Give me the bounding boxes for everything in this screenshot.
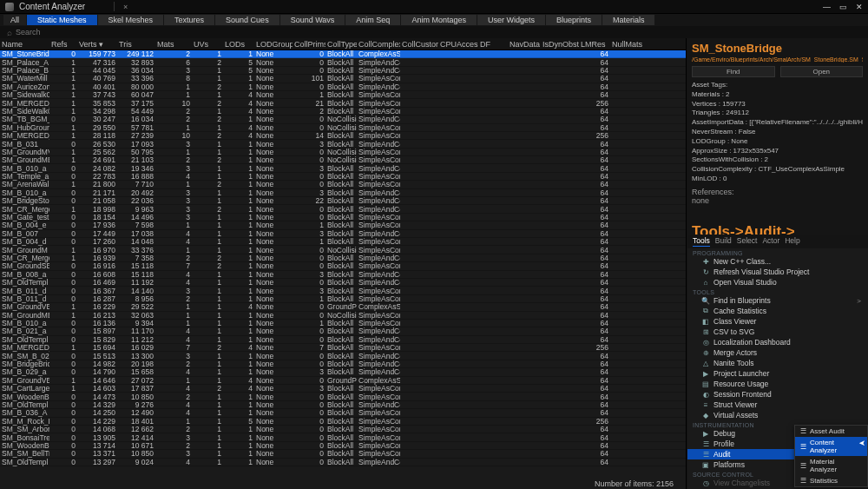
audit-submenu: ☰Asset Audit☰Content Analyzer☰Material A… xyxy=(794,425,868,487)
menu-item-icon: ⌂ xyxy=(701,279,710,287)
submenu-item-material-analyzer[interactable]: ☰Material Analyzer xyxy=(795,456,867,475)
menu-item-project-launcher[interactable]: ▶Project Launcher xyxy=(687,368,868,379)
submenu-icon: ☰ xyxy=(800,462,806,470)
menu-item-cache-statistics[interactable]: ⧉Cache Statistics xyxy=(687,306,868,316)
menu-item-icon: ◎ xyxy=(701,339,710,347)
tab-anim-montages[interactable]: Anim Montages xyxy=(401,15,477,25)
col-lm[interactable]: LMRes xyxy=(579,40,610,49)
window-title: Content Analyzer xyxy=(19,2,115,11)
asset-property: Asset Tags: xyxy=(692,81,863,90)
menu-tab-select[interactable]: Select xyxy=(737,236,758,247)
tab-sound-wavs[interactable]: Sound Wavs xyxy=(280,15,345,25)
menu-item-merge-actors[interactable]: ⊕Merge Actors xyxy=(687,347,868,358)
asset-property: ApproxSize : 1732x535x547 xyxy=(692,147,863,156)
col-mats[interactable]: Mats xyxy=(155,40,192,49)
col-lods[interactable]: LODs xyxy=(223,40,254,49)
menu-item-refresh-visual-studio-project[interactable]: ↻Refresh Visual Studio Project xyxy=(687,267,868,277)
menu-group-label: TOOLS xyxy=(687,287,868,295)
asset-name: SM_StoneBridge xyxy=(692,42,863,55)
tab-skel-meshes[interactable]: Skel Meshes xyxy=(98,15,164,25)
submenu-item-asset-audit[interactable]: ☰Asset Audit xyxy=(795,426,867,437)
menu-item-virtual-assets[interactable]: ◆Virtual Assets xyxy=(687,410,868,420)
menu-item-localization-dashboard[interactable]: ◎Localization Dashboard xyxy=(687,337,868,347)
find-button[interactable]: Find xyxy=(692,66,775,77)
menu-item-icon: ⊕ xyxy=(701,349,710,357)
menu-item-csv-to-svg[interactable]: ⊞CSV to SVG xyxy=(687,327,868,337)
table-row[interactable]: SM_OldTempl013 2979 024411None0BlockAllS… xyxy=(0,459,686,466)
search-icon: ⌕ xyxy=(7,28,12,37)
table-body[interactable]: SM_StoneBrid0159 773249 112211None0Block… xyxy=(0,50,686,489)
menu-item-icon: ▶ xyxy=(701,430,710,438)
open-button[interactable]: Open xyxy=(780,66,864,77)
submenu-item-content-analyzer[interactable]: ☰Content Analyzer xyxy=(795,437,867,456)
close-button[interactable]: ✕ xyxy=(856,3,863,11)
menu-item-open-visual-studio[interactable]: ⌂Open Visual Studio xyxy=(687,277,868,287)
tab-sound-cues[interactable]: Sound Cues xyxy=(215,15,279,25)
menu-tab-tools[interactable]: Tools xyxy=(693,236,710,247)
references-label: References: xyxy=(692,188,863,196)
minimize-button[interactable]: — xyxy=(823,3,831,11)
col-dyn[interactable]: IsDynObst xyxy=(541,40,579,49)
menu-item-icon: ▤ xyxy=(701,380,710,388)
tab-blueprints[interactable]: Blueprints xyxy=(546,15,602,25)
menu-item-new-c-class-[interactable]: ✚New C++ Class... xyxy=(687,256,868,267)
col-collc[interactable]: CollComplexit xyxy=(357,40,400,49)
menu-item-icon: ≡ xyxy=(701,401,710,409)
search-bar: ⌕ xyxy=(0,26,868,38)
col-nav[interactable]: NavData xyxy=(508,40,541,49)
menu-item-icon: ✚ xyxy=(701,258,710,266)
col-tris[interactable]: Tris xyxy=(117,40,155,49)
filter-tabbar: AllStatic MeshesSkel MeshesTexturesSound… xyxy=(0,14,868,26)
close-tab-icon[interactable]: × xyxy=(123,3,128,11)
menu-item-icon: ▶ xyxy=(701,370,710,378)
asset-property: Vertices : 159773 xyxy=(692,100,863,109)
col-df[interactable]: DF xyxy=(478,40,508,49)
col-refs[interactable]: Refs xyxy=(49,40,77,49)
menu-item-find-in-blueprints[interactable]: 🔍Find in Blueprints> xyxy=(687,295,868,306)
ue-logo xyxy=(5,3,14,11)
menu-item-icon: 🔍 xyxy=(701,297,710,305)
item-count: Number of items: 2156 xyxy=(591,479,677,489)
menu-item-icon: ◧ xyxy=(701,318,710,326)
asset-property: Triangles : 249112 xyxy=(692,109,863,118)
tab-static-meshes[interactable]: Static Meshes xyxy=(27,15,97,25)
menu-item-icon: ☰ xyxy=(701,451,710,459)
cursor-icon: ➤ xyxy=(858,439,865,447)
menu-item-class-viewer[interactable]: ◧Class Viewer xyxy=(687,316,868,327)
submenu-icon: ☰ xyxy=(800,427,806,435)
asset-path: /Game/Enviro/Blueprints/Arch/SmalArch/SM… xyxy=(692,56,863,63)
col-uvs[interactable]: UVs xyxy=(192,40,223,49)
tab-all[interactable]: All xyxy=(3,15,26,25)
col-collp[interactable]: CollPrims xyxy=(293,40,326,49)
menu-tab-build[interactable]: Build xyxy=(715,236,732,247)
menu-item-icon: ◆ xyxy=(701,412,710,420)
menu-tab-help[interactable]: Help xyxy=(785,236,799,247)
col-collt[interactable]: CollType xyxy=(326,40,357,49)
col-lodg[interactable]: LODGroup xyxy=(254,40,293,49)
menu-item-icon: ⊞ xyxy=(701,328,710,336)
tab-materials[interactable]: Materials xyxy=(602,15,655,25)
col-verts[interactable]: Verts ▾ xyxy=(77,40,117,49)
menu-item-struct-viewer[interactable]: ≡Struct Viewer xyxy=(687,400,868,410)
menu-tab-actor[interactable]: Actor xyxy=(762,236,779,247)
search-input[interactable] xyxy=(16,28,861,36)
menu-item-session-frontend[interactable]: ◐Session Frontend xyxy=(687,389,868,400)
asset-property: SectionsWithCollision : 2 xyxy=(692,155,863,165)
col-cpu[interactable]: CPUAccess xyxy=(438,40,478,49)
col-nm[interactable]: NullMats xyxy=(610,40,645,49)
tab-anim-seq[interactable]: Anim Seq xyxy=(345,15,400,25)
menu-item-icon: ☰ xyxy=(701,440,710,448)
tab-user-widgets[interactable]: User Widgets xyxy=(477,15,545,25)
submenu-item-statistics[interactable]: ☰Statistics xyxy=(795,475,867,486)
asset-property: LODGroup : None xyxy=(692,137,863,147)
menu-item-nanite-tools[interactable]: △Nanite Tools xyxy=(687,358,868,368)
menu-item-icon: ↻ xyxy=(701,268,710,276)
col-name[interactable]: Name xyxy=(0,40,49,49)
asset-property: NeverStream : False xyxy=(692,128,863,137)
maximize-button[interactable]: ▭ xyxy=(839,3,847,11)
tab-textures[interactable]: Textures xyxy=(164,15,214,25)
menu-item-resource-usage[interactable]: ▤Resource Usage xyxy=(687,379,868,389)
asset-property: AssetImportData : [{"RelativeFilename":"… xyxy=(692,118,863,128)
asset-table: NameRefsVerts ▾TrisMatsUVsLODsLODGroupCo… xyxy=(0,38,686,489)
col-collu[interactable]: CollCustomiz xyxy=(400,40,438,49)
